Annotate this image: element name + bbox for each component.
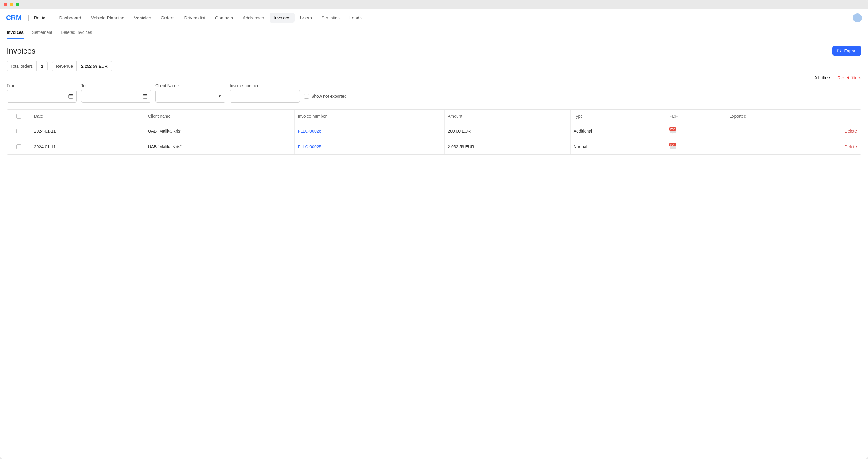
cell-amount: 200,00 EUR — [444, 123, 570, 139]
col-header-client: Client name — [145, 110, 295, 123]
filter-invnum-input[interactable] — [234, 90, 296, 102]
col-header-exported: Exported — [726, 110, 822, 123]
filter-invnum-input-wrap[interactable] — [230, 90, 300, 103]
stats-row: Total orders 2 Revenue 2.252,59 EUR — [7, 61, 861, 71]
select-all-checkbox[interactable] — [16, 114, 21, 119]
nav-users[interactable]: Users — [296, 13, 316, 23]
invoice-link[interactable]: FLLC-00025 — [298, 144, 321, 149]
nav-addresses[interactable]: Addresses — [239, 13, 268, 23]
nav-vehicle-planning[interactable]: Vehicle Planning — [87, 13, 129, 23]
window-maximize-icon[interactable] — [16, 3, 19, 6]
export-icon — [837, 49, 842, 53]
col-header-type: Type — [570, 110, 666, 123]
nav-items: Dashboard Vehicle Planning Vehicles Orde… — [55, 13, 850, 23]
cell-exported — [726, 123, 822, 139]
all-filters-link[interactable]: All filters — [814, 75, 831, 80]
filter-to-label: To — [81, 83, 151, 88]
col-header-pdf: PDF — [666, 110, 726, 123]
filter-from-label: From — [7, 83, 77, 88]
tab-invoices[interactable]: Invoices — [7, 26, 24, 39]
tab-settlement[interactable]: Settlement — [32, 26, 52, 39]
nav-drivers-list[interactable]: Drivers list — [180, 13, 210, 23]
stat-total-orders: Total orders 2 — [7, 61, 48, 71]
cell-type: Additional — [570, 123, 666, 139]
table-row: 2024-01-11 UAB "Malika Kris" FLLC-00025 … — [7, 139, 861, 154]
filter-from-input[interactable] — [10, 90, 73, 102]
nav-orders[interactable]: Orders — [157, 13, 179, 23]
col-header-checkbox — [7, 110, 31, 123]
filter-invoice-number: Invoice number — [230, 83, 300, 103]
window-minimize-icon[interactable] — [10, 3, 13, 6]
nav-dashboard[interactable]: Dashboard — [55, 13, 86, 23]
delete-button[interactable]: Delete — [845, 128, 857, 134]
app-window: CRM | Baltic Dashboard Vehicle Planning … — [0, 0, 868, 459]
cell-amount: 2.052,59 EUR — [444, 139, 570, 154]
page-header: Invoices Export — [7, 46, 861, 56]
export-label: Export — [844, 49, 857, 53]
delete-button[interactable]: Delete — [845, 144, 857, 149]
col-header-amount: Amount — [444, 110, 570, 123]
filter-client: Client Name ▼ — [155, 83, 225, 103]
cell-type: Normal — [570, 139, 666, 154]
content-area: Invoices Export Total orders 2 Revenue 2… — [0, 39, 868, 459]
cell-pdf: PDF ↓ — [666, 123, 726, 139]
stat-revenue-value: 2.252,59 EUR — [77, 61, 112, 71]
filter-to: To — [81, 83, 151, 103]
tab-deleted-invoices[interactable]: Deleted Invoices — [61, 26, 92, 39]
col-header-actions — [822, 110, 861, 123]
show-not-exported-checkbox[interactable] — [304, 94, 309, 98]
cell-client: UAB "Malika Kris" — [145, 139, 295, 154]
top-nav: CRM | Baltic Dashboard Vehicle Planning … — [0, 9, 868, 26]
filter-show-not-exported[interactable]: Show not exported — [304, 90, 347, 103]
stat-orders-label: Total orders — [7, 61, 37, 71]
nav-contacts[interactable]: Contacts — [211, 13, 237, 23]
calendar-icon — [142, 93, 148, 99]
page-title: Invoices — [7, 46, 35, 56]
stat-revenue-label: Revenue — [52, 61, 77, 71]
cell-date: 2024-01-11 — [31, 139, 145, 154]
filter-client-dropdown[interactable] — [159, 90, 218, 102]
pdf-download-icon[interactable]: PDF ↓ — [670, 127, 677, 134]
show-not-exported-label: Show not exported — [311, 94, 347, 98]
cell-date: 2024-01-11 — [31, 123, 145, 139]
cell-exported — [726, 139, 822, 154]
row-checkbox[interactable] — [16, 144, 21, 149]
filter-from-input-wrap[interactable] — [7, 90, 77, 103]
cell-pdf: PDF ↓ — [666, 139, 726, 154]
nav-vehicles[interactable]: Vehicles — [130, 13, 155, 23]
calendar-icon — [68, 93, 73, 99]
brand-logo: CRM — [6, 14, 22, 22]
table-row: 2024-01-11 UAB "Malika Kris" FLLC-00026 … — [7, 123, 861, 139]
filter-to-input-wrap[interactable] — [81, 90, 151, 103]
row-checkbox[interactable] — [16, 128, 21, 134]
nav-invoices[interactable]: Invoices — [270, 13, 295, 23]
window-close-icon[interactable] — [4, 3, 7, 6]
filter-from: From — [7, 83, 77, 103]
svg-rect-1 — [69, 95, 73, 98]
brand-sub: Baltic — [34, 15, 45, 20]
pdf-download-icon[interactable]: PDF ↓ — [670, 143, 677, 149]
svg-rect-5 — [143, 95, 147, 98]
col-header-date: Date — [31, 110, 145, 123]
cell-client: UAB "Malika Kris" — [145, 123, 295, 139]
filters-row: From To — [7, 83, 861, 103]
table-header-row: Date Client name Invoice number Amount T… — [7, 110, 861, 123]
invoices-table: Date Client name Invoice number Amount T… — [7, 109, 861, 154]
sub-tabs: Invoices Settlement Deleted Invoices — [0, 26, 868, 39]
stat-orders-value: 2 — [37, 61, 48, 71]
brand-divider: | — [28, 14, 29, 21]
filter-client-select[interactable]: ▼ — [155, 90, 225, 103]
stat-revenue: Revenue 2.252,59 EUR — [52, 61, 112, 71]
nav-statistics[interactable]: Statistics — [317, 13, 344, 23]
invoice-link[interactable]: FLLC-00026 — [298, 128, 321, 134]
filter-to-input[interactable] — [85, 90, 147, 102]
export-button[interactable]: Export — [832, 46, 861, 56]
col-header-invoice: Invoice number — [295, 110, 444, 123]
reset-filters-link[interactable]: Reset filters — [837, 75, 861, 80]
nav-loads[interactable]: Loads — [345, 13, 366, 23]
window-titlebar — [0, 0, 868, 9]
filter-invnum-label: Invoice number — [230, 83, 300, 88]
filter-client-label: Client Name — [155, 83, 225, 88]
avatar[interactable]: L — [853, 13, 862, 22]
filter-links-row: All filters Reset filters — [7, 75, 861, 80]
